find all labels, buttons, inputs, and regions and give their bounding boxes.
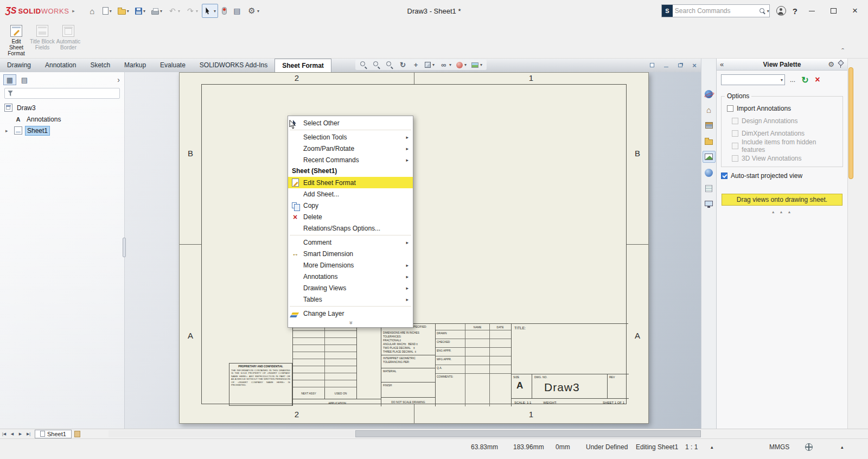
caret-up-icon[interactable]: ▴ bbox=[841, 444, 844, 450]
search-commands-box[interactable]: S ▾ bbox=[661, 4, 770, 17]
help-icon[interactable]: ? bbox=[793, 7, 797, 16]
logo-expand-icon[interactable]: ▸ bbox=[72, 8, 75, 14]
menu-item-smart-dimension[interactable]: ↔Smart Dimension bbox=[288, 248, 413, 259]
search-dropdown-icon[interactable]: ▾ bbox=[767, 9, 769, 14]
dropdown-arrow-icon[interactable]: ▾ bbox=[257, 9, 259, 14]
float-document-button[interactable] bbox=[648, 61, 656, 69]
print-button[interactable]: ▾ bbox=[149, 4, 164, 18]
menu-expand-button[interactable]: « bbox=[288, 319, 413, 326]
option-include-items-from-hidden-features[interactable]: Include items from hidden features bbox=[723, 139, 841, 152]
dropdown-arrow-icon[interactable]: ▾ bbox=[480, 62, 482, 67]
menu-item-edit-sheet-format[interactable]: Edit Sheet Format bbox=[288, 177, 413, 188]
clear-button[interactable]: × bbox=[813, 74, 822, 85]
palette-scrollbar[interactable] bbox=[847, 59, 854, 429]
appearances-scenes-tab[interactable] bbox=[703, 167, 716, 178]
checkbox-icon[interactable] bbox=[732, 130, 738, 137]
first-sheet-button[interactable]: |◀ bbox=[0, 430, 8, 438]
home-tab[interactable]: ⌂ bbox=[703, 104, 716, 116]
expand-arrow-icon[interactable]: ▸ bbox=[5, 128, 12, 133]
menu-item-change-layer[interactable]: Change Layer bbox=[288, 308, 413, 319]
tab-solidworks-add-ins[interactable]: SOLIDWORKS Add-Ins bbox=[193, 59, 275, 72]
dropdown-arrow-icon[interactable]: ▾ bbox=[432, 62, 435, 67]
caret-up-icon[interactable]: ▴ bbox=[711, 444, 713, 450]
design-library-tab[interactable] bbox=[703, 119, 716, 131]
user-account-icon[interactable] bbox=[776, 6, 786, 16]
save-button[interactable]: ▾ bbox=[133, 4, 148, 18]
dropdown-arrow-icon[interactable]: ▾ bbox=[143, 9, 145, 14]
options-button[interactable]: ⚙▾ bbox=[245, 4, 261, 18]
rotate-view-button[interactable]: ↻ bbox=[399, 61, 407, 69]
file-explorer-tab[interactable] bbox=[703, 135, 716, 147]
search-icon[interactable] bbox=[759, 8, 766, 15]
graphics-area[interactable]: 2 1 2 1 B A B A PROPRIETARY AND CONFIDEN… bbox=[125, 72, 701, 429]
checkbox-icon[interactable] bbox=[732, 143, 738, 149]
new-document-button[interactable]: ▾ bbox=[100, 4, 114, 18]
dropdown-arrow-icon[interactable]: ▾ bbox=[160, 9, 162, 14]
pan-button[interactable]: + bbox=[412, 61, 420, 69]
unit-system[interactable]: MMGS bbox=[769, 443, 789, 451]
panel-flyout-icon[interactable]: › bbox=[117, 75, 121, 84]
palette-settings-icon[interactable]: ⚙ bbox=[828, 60, 834, 68]
tab-markup[interactable]: Markup bbox=[117, 59, 153, 72]
menu-item-comment[interactable]: Comment▸ bbox=[288, 237, 413, 248]
tab-sheet-format[interactable]: Sheet Format bbox=[275, 59, 331, 72]
custom-properties-tab[interactable] bbox=[703, 182, 716, 194]
palette-source-dropdown[interactable]: ▾ bbox=[721, 74, 785, 85]
redo-button[interactable]: ↷▾ bbox=[184, 4, 200, 18]
feature-tree-tab[interactable]: ▦ bbox=[3, 74, 16, 85]
close-button[interactable]: × bbox=[847, 3, 863, 19]
solidworks-resources-tab[interactable] bbox=[703, 88, 716, 100]
checkbox-icon[interactable] bbox=[732, 155, 738, 162]
browse-button[interactable]: ... bbox=[788, 74, 797, 85]
maximize-button[interactable] bbox=[826, 3, 841, 19]
menu-item-selection-tools[interactable]: Selection Tools▸ bbox=[288, 131, 413, 143]
tab-evaluate[interactable]: Evaluate bbox=[153, 59, 193, 72]
edit-sheet-format-button[interactable]: Edit Sheet Format bbox=[3, 23, 29, 59]
select-button[interactable]: ▾ bbox=[202, 4, 218, 18]
dropdown-arrow-icon[interactable]: ▾ bbox=[178, 9, 180, 14]
home-button[interactable]: ⌂ bbox=[86, 4, 99, 18]
dropdown-arrow-icon[interactable]: ▾ bbox=[449, 62, 451, 67]
edit-appearance-button[interactable]: ▾ bbox=[456, 62, 467, 68]
globe-icon[interactable] bbox=[805, 443, 813, 451]
zoom-to-area-button[interactable] bbox=[373, 61, 381, 69]
checkbox-icon[interactable] bbox=[721, 173, 727, 179]
menu-item-annotations[interactable]: Annotations▸ bbox=[288, 271, 413, 282]
tree-item-annotations[interactable]: A Annotations bbox=[0, 113, 124, 125]
restore-document-button[interactable] bbox=[676, 61, 684, 69]
menu-item-drawing-views[interactable]: Drawing Views▸ bbox=[288, 282, 413, 294]
palette-splitter-icon[interactable]: ▲ ▲ ▲ bbox=[717, 210, 847, 214]
automatic-border-button[interactable]: Automatic Border bbox=[55, 23, 81, 53]
search-input[interactable] bbox=[673, 7, 759, 15]
pin-panel-icon[interactable] bbox=[838, 60, 844, 68]
refresh-button[interactable]: ↻ bbox=[800, 74, 810, 85]
menu-item-recent-commands[interactable]: Recent Commands▸ bbox=[288, 154, 413, 165]
dropdown-arrow-icon[interactable]: ▾ bbox=[110, 9, 112, 14]
menu-item-delete[interactable]: ×Delete bbox=[288, 211, 413, 222]
option-design-annotations[interactable]: Design Annotations bbox=[723, 114, 841, 127]
minimize-document-button[interactable] bbox=[662, 61, 670, 69]
minimize-button[interactable] bbox=[804, 3, 819, 19]
checkbox-icon[interactable] bbox=[732, 118, 738, 124]
hide-show-items-button[interactable]: ∞▾ bbox=[439, 61, 451, 69]
menu-item-select-other[interactable]: Select Other bbox=[288, 117, 413, 129]
menu-item-zoom-pan-rotate[interactable]: Zoom/Pan/Rotate▸ bbox=[288, 143, 413, 154]
add-sheet-icon[interactable] bbox=[74, 431, 80, 437]
tree-item-draw3[interactable]: Draw3 bbox=[0, 102, 124, 113]
tab-sketch[interactable]: Sketch bbox=[83, 59, 117, 72]
option-3d-view-annotations[interactable]: 3D View Annotations bbox=[723, 152, 841, 164]
checkbox-icon[interactable] bbox=[727, 105, 733, 112]
file-properties-button[interactable]: ▤ bbox=[231, 4, 244, 18]
next-sheet-button[interactable]: ▶ bbox=[16, 430, 24, 438]
option-auto-start-projected-view[interactable]: Auto-start projected view bbox=[717, 169, 847, 182]
dropdown-arrow-icon[interactable]: ▾ bbox=[196, 9, 198, 14]
dropdown-arrow-icon[interactable]: ▾ bbox=[464, 62, 467, 67]
dropdown-arrow-icon[interactable]: ▾ bbox=[127, 9, 129, 14]
scrollbar-thumb[interactable] bbox=[355, 430, 701, 437]
menu-item-relations-snaps-options[interactable]: Relations/Snaps Options... bbox=[288, 222, 413, 234]
display-style-button[interactable]: ▾ bbox=[425, 62, 435, 68]
3dexperience-tab[interactable] bbox=[703, 198, 716, 210]
filter-box[interactable] bbox=[4, 88, 120, 99]
horizontal-scrollbar[interactable] bbox=[108, 430, 701, 437]
option-import-annotations[interactable]: Import Annotations bbox=[723, 102, 841, 114]
